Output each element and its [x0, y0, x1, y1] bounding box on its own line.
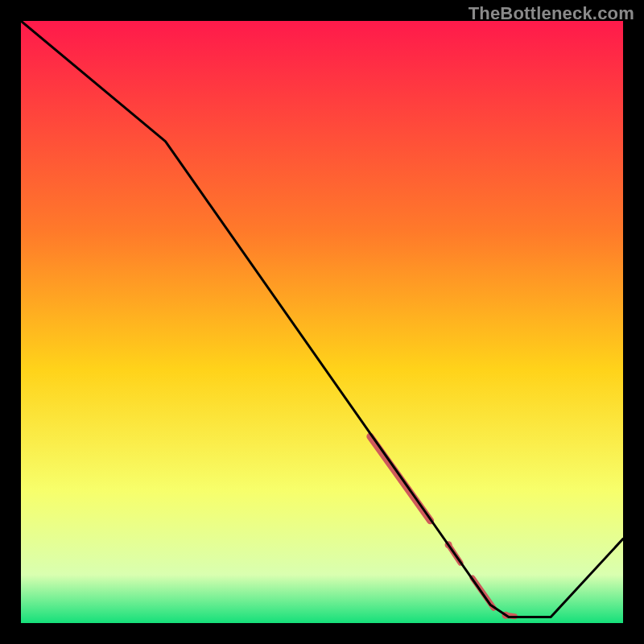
bottleneck-chart: [21, 21, 623, 623]
chart-frame: TheBottleneck.com: [0, 0, 644, 644]
plot-area: [21, 21, 623, 623]
watermark-text: TheBottleneck.com: [469, 3, 634, 24]
gradient-background: [21, 21, 623, 623]
